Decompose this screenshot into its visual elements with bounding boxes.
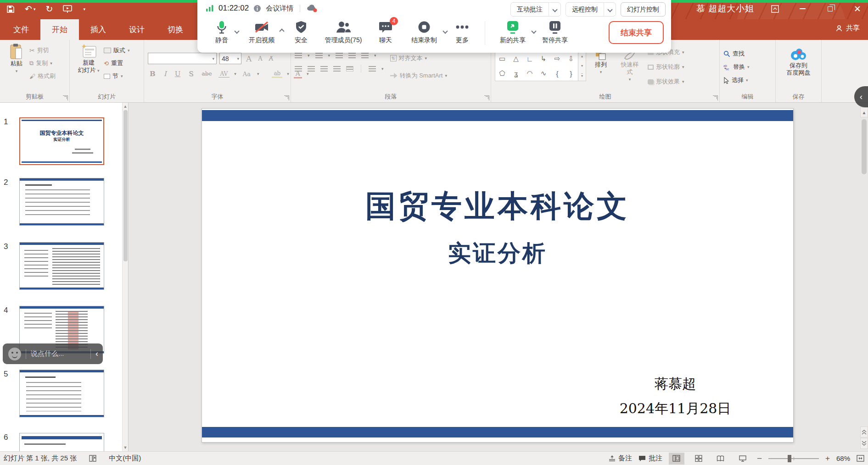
shape-outline-button[interactable]: 形状轮廓▾ — [648, 61, 684, 73]
slide-control-button[interactable]: 幻灯片控制 — [621, 2, 666, 17]
section-button[interactable]: 节▾ — [104, 70, 130, 82]
thumbnail-slide-1[interactable]: 国贸专业本科论文 实证分析 — [19, 117, 104, 165]
replace-button[interactable]: abac 替换▾ — [723, 61, 772, 73]
interactive-annotation-button[interactable]: 互动批注 — [510, 2, 561, 17]
clipboard-dialog-launcher[interactable] — [63, 95, 68, 100]
drawing-dialog-launcher[interactable] — [713, 95, 718, 100]
align-center-icon[interactable] — [308, 66, 315, 72]
language-indicator[interactable]: 中文(中国) — [109, 454, 141, 463]
thumbnail-slide-6[interactable] — [19, 433, 104, 451]
text-shadow-button[interactable]: S — [187, 70, 195, 78]
tab-transitions[interactable]: 切换 — [156, 19, 195, 40]
zoom-slider-thumb[interactable] — [788, 455, 791, 462]
align-text-button[interactable]: ⇅对齐文本▾ — [390, 52, 447, 64]
start-slideshow-icon[interactable] — [63, 5, 73, 13]
shape-gallery[interactable]: ▭△∟↳⇨⇩ ⬠ʓ◠∿{} — [495, 51, 578, 81]
share-button[interactable]: 共享 — [835, 24, 860, 33]
canvas-scrollbar[interactable]: ▲ — [860, 103, 868, 451]
strikethrough-button[interactable]: abe — [200, 71, 214, 77]
quick-styles-button[interactable]: 快速样式▾ — [616, 49, 644, 91]
remote-control-button[interactable]: 远程控制 — [566, 2, 616, 17]
zoom-out-button[interactable]: − — [757, 454, 762, 464]
new-slide-button[interactable]: 新建 幻灯片 ▾ — [73, 43, 104, 91]
normal-view-button[interactable] — [669, 453, 684, 465]
undo-icon[interactable]: ↶▾ — [25, 4, 35, 14]
redo-icon[interactable]: ↻ — [45, 4, 53, 14]
next-slide-button[interactable] — [860, 438, 868, 449]
remote-dropdown[interactable] — [604, 3, 616, 16]
close-button[interactable]: ✕ — [851, 3, 864, 15]
align-right-icon[interactable] — [320, 66, 328, 72]
convert-smartart-button[interactable]: 转换为 SmartArt▾ — [390, 70, 447, 82]
canvas-scroll-up-icon[interactable]: ▲ — [860, 107, 868, 117]
notes-toggle[interactable]: 备注 — [609, 454, 632, 463]
customize-qat-icon[interactable]: ▾ — [83, 7, 85, 11]
scroll-up-icon[interactable]: ▲ — [123, 104, 128, 109]
align-left-icon[interactable] — [295, 66, 302, 72]
arrange-button[interactable]: 排列▾ — [590, 49, 612, 91]
character-spacing-button[interactable]: AV — [218, 71, 230, 78]
thumbnail-scrollbar[interactable]: ▲ ▼ — [122, 103, 128, 451]
new-share-button[interactable]: 新的共享 — [492, 18, 534, 44]
chat-button[interactable]: 4 聊天 — [369, 18, 402, 44]
change-case-button[interactable]: Aa — [241, 71, 252, 78]
copy-button[interactable]: ⧉复制▾ — [29, 57, 56, 69]
layout-button[interactable]: 版式▾ — [104, 44, 130, 56]
thumbnail-slide-2[interactable] — [19, 178, 104, 226]
ribbon-display-options-icon[interactable] — [768, 3, 782, 15]
start-video-button[interactable]: 开启视频 — [239, 18, 285, 44]
shape-gallery-scroll[interactable]: ▴▾▾ — [578, 51, 586, 81]
annotation-dropdown[interactable] — [549, 3, 560, 16]
highlight-color-button[interactable]: ab — [272, 70, 282, 78]
chat-input[interactable]: 说点什么... — [31, 349, 86, 358]
cloud-record-icon[interactable] — [307, 4, 318, 12]
more-button[interactable]: 更多 — [446, 18, 478, 44]
manage-members-button[interactable]: 管理成员(75) — [318, 18, 369, 44]
video-options-chevron[interactable] — [280, 27, 284, 35]
zoom-slider[interactable] — [768, 458, 819, 459]
font-dialog-launcher[interactable] — [284, 95, 289, 100]
security-button[interactable]: 安全 — [285, 18, 318, 44]
bullets-icon[interactable] — [295, 53, 302, 58]
shrink-font-icon[interactable]: A — [256, 55, 264, 62]
clear-formatting-icon[interactable]: A̸ — [267, 55, 275, 62]
zoom-level[interactable]: 68% — [836, 454, 850, 462]
tab-file[interactable]: 文件 — [2, 19, 40, 40]
spellcheck-icon[interactable] — [89, 454, 97, 462]
previous-slide-button[interactable] — [860, 426, 868, 437]
canvas-scrollbar-thumb[interactable] — [862, 119, 867, 174]
underline-button[interactable]: U — [173, 70, 183, 78]
scrollbar-thumb[interactable] — [123, 110, 128, 261]
columns-icon[interactable] — [369, 66, 376, 72]
stop-recording-button[interactable]: 结束录制 — [402, 18, 446, 44]
mic-options-chevron[interactable] — [235, 27, 239, 35]
bold-button[interactable]: B — [148, 70, 157, 78]
paragraph-dialog-launcher[interactable] — [484, 95, 489, 100]
line-spacing-icon[interactable] — [361, 53, 369, 58]
tab-design[interactable]: 设计 — [118, 19, 156, 40]
paste-button[interactable]: 粘贴 ▾ — [4, 43, 29, 91]
minimize-button[interactable] — [795, 3, 809, 15]
mute-button[interactable]: 静音 — [205, 18, 239, 44]
select-button[interactable]: 选择▾ — [723, 74, 772, 86]
font-size-combo[interactable]: 48▾ — [219, 53, 241, 64]
end-share-button[interactable]: 结束共享 — [609, 21, 664, 44]
reading-view-button[interactable] — [713, 453, 728, 465]
fit-to-window-icon[interactable] — [857, 455, 864, 462]
numbering-icon[interactable] — [315, 53, 323, 58]
chat-collapse-icon[interactable]: ‹ — [95, 349, 98, 359]
comments-toggle[interactable]: 批注 — [638, 454, 662, 463]
emoji-icon[interactable] — [8, 348, 21, 360]
shape-effects-button[interactable]: 形状效果▾ — [648, 76, 684, 88]
reset-button[interactable]: ⟲重置 — [104, 57, 130, 69]
pause-share-button[interactable]: 暂停共享 — [534, 18, 576, 44]
slide-sorter-view-button[interactable] — [691, 453, 706, 465]
tab-home[interactable]: 开始 — [40, 19, 79, 40]
zoom-in-button[interactable]: + — [825, 454, 830, 463]
grow-font-icon[interactable]: A — [244, 54, 253, 63]
slideshow-view-button[interactable] — [735, 453, 750, 465]
format-painter-button[interactable]: 🖌︎格式刷 — [29, 70, 56, 82]
slide-editor[interactable]: 国贸专业本科论文 实证分析 蒋慕超 2024年11月28日 — [202, 108, 794, 443]
info-icon[interactable] — [253, 5, 261, 12]
indent-decrease-icon[interactable] — [336, 53, 343, 58]
